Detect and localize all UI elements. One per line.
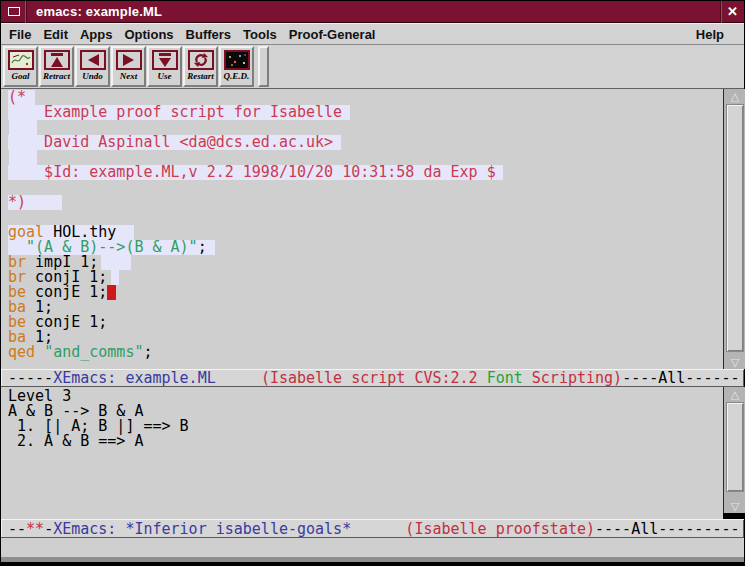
code-text: qed "and_comms";	[8, 345, 153, 360]
toolbar-button-label: Goal	[12, 71, 30, 81]
script-buffer[interactable]: (* Example proof script for Isabelle Dav…	[1, 89, 723, 369]
toolbar-button-goal[interactable]: Goal	[3, 46, 38, 87]
menu-item-tools[interactable]: Tools	[243, 27, 277, 42]
menu-item-options[interactable]: Options	[124, 27, 173, 42]
toolbar-button-use[interactable]: Use	[147, 46, 182, 87]
modeline-segment: -	[44, 520, 53, 538]
locked-region-highlight	[111, 270, 119, 285]
code-text: $Id: example.ML,v 2.2 1998/10/20 10:31:5…	[8, 165, 496, 180]
code-line: *)	[1, 195, 723, 210]
toolbar-separator	[258, 46, 269, 87]
retract-up-icon	[44, 50, 70, 70]
menu-item-help[interactable]: Help	[696, 27, 732, 42]
menu-item-proof-general[interactable]: Proof-General	[289, 27, 376, 42]
xemacs-window: emacs: example.ML ✕ FileEditAppsOptionsB…	[0, 0, 745, 566]
modeline-segment: -----	[8, 369, 53, 387]
scrollbar-down-icon[interactable]: ▽	[725, 355, 745, 369]
code-text: David Aspinall <da@dcs.ed.ac.uk>	[8, 135, 333, 150]
menu-item-buffers[interactable]: Buffers	[186, 27, 232, 42]
toolbar-button-label: Undo	[82, 71, 103, 81]
menu-item-edit[interactable]: Edit	[43, 27, 68, 42]
restart-cycle-icon	[188, 50, 214, 70]
code-line: br impI 1;	[1, 255, 723, 270]
toolbar-button-next[interactable]: Next	[111, 46, 146, 87]
script-modeline: -----XEmacs: example.ML (Isabelle script…	[1, 369, 744, 387]
scrollbar-up-icon[interactable]: △	[725, 387, 745, 401]
modeline-segment	[216, 369, 261, 387]
goals-line: 2. A & B ==> A	[1, 434, 723, 449]
toolbar-button-label: Next	[120, 71, 138, 81]
code-line: David Aspinall <da@dcs.ed.ac.uk>	[1, 135, 723, 150]
minibuffer[interactable]	[1, 538, 744, 557]
modeline-segment: XEmacs: example.ML	[53, 369, 216, 387]
code-line: be conjE 1;	[1, 315, 723, 330]
modeline-segment: ----All---------	[595, 520, 740, 538]
toolbar-button-label: Restart	[187, 71, 214, 81]
qed-fireworks-icon	[224, 50, 250, 70]
modeline-segment	[351, 520, 405, 538]
window-menu-icon	[8, 7, 20, 16]
code-text: Example proof script for Isabelle	[8, 105, 342, 120]
code-line: ba 1;	[1, 300, 723, 315]
scrollbar-thumb[interactable]	[726, 104, 744, 352]
toolbar: GoalRetractUndoNextUseRestartQ.E.D.	[1, 45, 744, 89]
window-title: emacs: example.ML	[27, 4, 720, 19]
menu-item-file[interactable]: File	[9, 27, 31, 42]
toolbar-button-label: Q.E.D.	[224, 71, 250, 81]
toolbar-button-qed[interactable]: Q.E.D.	[219, 46, 254, 87]
titlebar: emacs: example.ML ✕	[1, 1, 744, 23]
toolbar-button-label: Retract	[43, 71, 70, 81]
undo-left-icon	[80, 50, 106, 70]
code-line: $Id: example.ML,v 2.2 1998/10/20 10:31:5…	[1, 165, 723, 180]
toolbar-button-undo[interactable]: Undo	[75, 46, 110, 87]
menu-items: FileEditAppsOptionsBuffersToolsProof-Gen…	[1, 27, 387, 42]
menu-item-apps[interactable]: Apps	[80, 27, 113, 42]
use-down-icon	[152, 50, 178, 70]
goals-scrollbar[interactable]: △ ▽	[723, 387, 745, 513]
scrollbar-thumb[interactable]	[726, 402, 744, 492]
code-line: be conjE 1;	[1, 285, 723, 300]
toolbar-button-restart[interactable]: Restart	[183, 46, 218, 87]
goals-buffer[interactable]: Level 3A & B --> B & A 1. [| A; B |] ==>…	[1, 387, 723, 519]
scrollbar-up-icon[interactable]: △	[725, 89, 745, 103]
modeline-segment: Scripting)	[523, 369, 622, 387]
menubar: FileEditAppsOptionsBuffersToolsProof-Gen…	[1, 23, 744, 45]
code-line: Example proof script for Isabelle	[1, 105, 723, 120]
close-icon: ✕	[727, 5, 738, 18]
code-text: *)	[8, 195, 26, 210]
code-line	[1, 180, 723, 195]
window-menu-button[interactable]	[1, 1, 27, 23]
code-line: br conjI 1;	[1, 270, 723, 285]
modeline-segment: **	[26, 520, 44, 538]
toolbar-button-label: Use	[158, 71, 172, 81]
code-line: qed "and_comms";	[1, 345, 723, 360]
code-line: "(A & B)-->(B & A)";	[1, 240, 723, 255]
scrollbar-down-icon[interactable]: ▽	[725, 499, 745, 513]
window-bottom-edge	[1, 562, 744, 566]
modeline-segment: Font	[487, 369, 523, 387]
modeline-segment: ----All------	[622, 369, 739, 387]
text-cursor	[107, 285, 116, 300]
modeline-segment: XEmacs: *Inferior isabelle-goals*	[53, 520, 351, 538]
close-button[interactable]: ✕	[720, 1, 744, 23]
toolbar-button-retract[interactable]: Retract	[39, 46, 74, 87]
goals-modeline: --**-XEmacs: *Inferior isabelle-goals* (…	[1, 519, 744, 538]
next-right-icon	[116, 50, 142, 70]
screen: emacs: example.ML ✕ FileEditAppsOptionsB…	[0, 0, 745, 566]
modeline-segment: (Isabelle proofstate)	[405, 520, 595, 538]
goal-image-icon	[8, 50, 34, 70]
modeline-segment: (Isabelle script CVS:2.2	[261, 369, 487, 387]
script-scrollbar[interactable]: △ ▽	[723, 89, 745, 369]
modeline-segment: --	[8, 520, 26, 538]
